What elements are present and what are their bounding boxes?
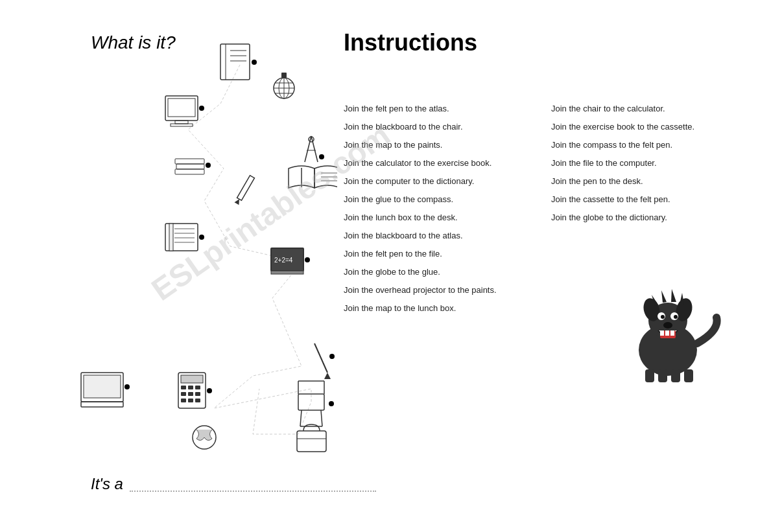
svg-rect-91	[670, 330, 674, 336]
instruction-r3: Join the compass to the felt pen.	[551, 137, 694, 154]
svg-point-47	[124, 384, 130, 389]
its-a-label: It's a	[91, 475, 123, 493]
instruction-1: Join the felt pen to the atlas.	[344, 100, 497, 117]
svg-point-17	[199, 106, 204, 111]
svg-line-18	[305, 136, 311, 162]
instruction-r6: Join the cassette to the felt pen.	[551, 191, 694, 208]
svg-marker-97	[661, 290, 667, 303]
instruction-5: Join the computer to the dictionary.	[344, 173, 497, 190]
dog-illustration	[610, 279, 726, 382]
svg-line-19	[311, 136, 318, 162]
svg-point-70	[329, 401, 334, 406]
svg-point-22	[319, 154, 324, 159]
instruction-9: Join the felt pen to the file.	[344, 246, 497, 262]
page: What is it? Instructions ESLprintables.c…	[0, 0, 758, 532]
svg-rect-16	[171, 124, 193, 126]
svg-text:2+2=4: 2+2=4	[274, 257, 293, 264]
instruction-10: Join the globe to the glue.	[344, 264, 497, 281]
svg-marker-98	[671, 289, 676, 302]
instruction-11: Join the overhead projector to the paint…	[344, 282, 497, 299]
its-a-section: It's a	[91, 475, 376, 493]
svg-line-60	[314, 343, 327, 373]
svg-rect-12	[281, 73, 287, 78]
svg-rect-57	[188, 399, 193, 402]
svg-rect-42	[271, 271, 303, 274]
svg-rect-27	[237, 176, 255, 201]
instruction-r2: Join the exercise book to the cassette.	[551, 119, 694, 135]
instruction-7: Join the lunch box to the desk.	[344, 209, 497, 226]
svg-point-26	[206, 163, 211, 168]
svg-rect-95	[684, 369, 693, 382]
svg-rect-89	[660, 330, 664, 336]
svg-line-65	[321, 410, 322, 426]
instruction-8: Join the blackboard to the atlas.	[344, 227, 497, 244]
svg-rect-46	[81, 402, 123, 407]
svg-rect-94	[671, 369, 680, 382]
svg-point-5	[252, 60, 257, 65]
svg-rect-24	[176, 164, 204, 169]
instructions-right-column: Join the chair to the calculator. Join t…	[551, 100, 694, 227]
svg-marker-61	[324, 373, 331, 379]
svg-rect-58	[195, 399, 200, 402]
instruction-6: Join the glue to the compass.	[344, 191, 497, 208]
svg-point-85	[661, 315, 665, 319]
svg-marker-99	[680, 293, 684, 305]
svg-rect-51	[188, 386, 193, 389]
svg-point-59	[207, 388, 212, 393]
instruction-3: Join the map to the paints.	[344, 137, 497, 154]
icons-chain: 2+2=4	[0, 0, 337, 532]
instructions-left-column: Join the felt pen to the atlas. Join the…	[344, 100, 497, 318]
svg-rect-53	[181, 392, 186, 396]
svg-rect-50	[181, 386, 186, 389]
svg-point-39	[199, 235, 204, 240]
svg-rect-52	[195, 386, 200, 389]
instruction-r7: Join the globe to the dictionary.	[551, 209, 694, 226]
svg-rect-23	[175, 159, 204, 164]
page-title-instructions: Instructions	[344, 29, 477, 56]
svg-rect-72	[297, 431, 326, 452]
svg-rect-56	[181, 399, 186, 402]
svg-rect-92	[645, 369, 654, 382]
svg-rect-93	[658, 369, 667, 382]
svg-point-43	[305, 257, 310, 262]
svg-point-62	[329, 354, 335, 359]
instruction-r5: Join the pen to the desk.	[551, 173, 694, 190]
instruction-r1: Join the chair to the calculator.	[551, 100, 694, 117]
svg-point-87	[663, 322, 672, 329]
answer-line	[130, 476, 376, 492]
svg-rect-55	[195, 392, 200, 396]
instruction-2: Join the blackboard to the chair.	[344, 119, 497, 135]
svg-point-86	[674, 315, 678, 319]
instruction-r4: Join the file to the computer.	[551, 155, 694, 172]
svg-line-64	[300, 410, 302, 426]
instruction-4: Join the calculator to the exercise book…	[344, 155, 497, 172]
svg-rect-90	[665, 330, 669, 336]
svg-rect-34	[169, 224, 173, 251]
svg-rect-54	[188, 392, 193, 396]
svg-rect-14	[168, 98, 195, 117]
instruction-12: Join the map to the lunch box.	[344, 300, 497, 317]
svg-rect-49	[181, 375, 203, 383]
svg-rect-45	[84, 375, 121, 398]
svg-rect-25	[175, 169, 204, 174]
